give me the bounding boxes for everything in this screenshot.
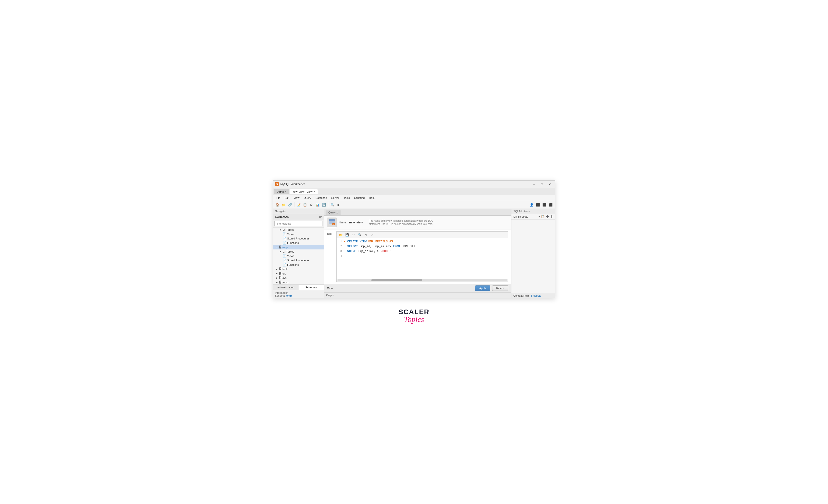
maximize-button[interactable]: □ <box>538 182 545 187</box>
snippet-icon-3[interactable]: ➕ <box>545 215 549 218</box>
toolbar-extra[interactable]: ▶ <box>336 202 342 208</box>
toolbar-connections[interactable]: 🔗 <box>287 202 293 208</box>
kw-table: EMPLOYEE <box>402 245 416 248</box>
functions-icon-2: 📄 <box>283 263 286 267</box>
tab-new-view-label: new_view - View <box>292 190 313 193</box>
kw-where: WHERE <box>347 250 358 253</box>
tree-arrow-icon-5: ▶ <box>280 250 283 253</box>
menu-query[interactable]: Query <box>302 196 313 200</box>
schemas-refresh-icon[interactable]: ⟳ <box>319 215 322 219</box>
tree-functions-1[interactable]: 📄 Functions <box>273 241 324 245</box>
toolbar-sql2[interactable]: 📋 <box>302 202 308 208</box>
scrollbar-track[interactable] <box>337 279 507 281</box>
toolbar-layout3[interactable]: ⬛ <box>548 202 553 208</box>
snippet-icon-1[interactable]: ▾ <box>538 215 540 218</box>
ddl-format-btn[interactable]: ¶ <box>363 232 369 237</box>
title-bar: M MySQL Workbench ─ □ ✕ <box>273 181 555 188</box>
tab-demo-close[interactable]: ✕ <box>285 190 287 193</box>
content-area: Query 1 ✎ Name: n <box>324 209 511 298</box>
menu-help[interactable]: Help <box>367 196 376 200</box>
tab-new-view[interactable]: new_view - View ✕ <box>290 189 318 194</box>
tree-emp-label: emp <box>283 246 323 249</box>
ddl-open-btn[interactable]: 📂 <box>338 232 343 237</box>
tab-new-view-close[interactable]: ✕ <box>314 190 315 193</box>
tables-icon: 🗂 <box>283 228 286 231</box>
scrollbar-area[interactable] <box>337 279 508 282</box>
line-num-4: 4 <box>337 254 344 258</box>
query-tab-1[interactable]: Query 1 <box>326 210 340 215</box>
tree-emp-stored-procs[interactable]: 📄 Stored Procedures <box>273 258 324 263</box>
main-area: Navigator SCHEMAS ⟳ ▶ 🗂 Tables <box>273 209 555 298</box>
code-line-1: 1 ● CREATE VIEW EMP_DETAILS AS <box>337 239 508 244</box>
menu-file[interactable]: File <box>274 196 282 200</box>
tree-schema-temp[interactable]: ▶ 🗄 temp <box>273 280 324 284</box>
toolbar-profile[interactable]: 👤 <box>529 202 535 208</box>
toolbar-search[interactable]: 🔍 <box>330 202 335 208</box>
tab-demo[interactable]: Demo ✕ <box>274 189 289 194</box>
line-code-2: SELECT Emp_id, Emp_salary FROM EMPLOYEE <box>347 244 508 249</box>
toolbar-open[interactable]: 📁 <box>281 202 287 208</box>
nav-tab-schemas[interactable]: Schemas <box>298 285 324 290</box>
tree-emp-views[interactable]: 📄 Views <box>273 254 324 258</box>
ddl-section: DDL: 📂 💾 ↩ 🔍 ¶ ⤢ <box>324 229 511 284</box>
filter-input[interactable] <box>275 221 323 226</box>
tree-views-1[interactable]: 📄 Views <box>273 232 324 236</box>
minimize-button[interactable]: ─ <box>531 182 537 187</box>
line-num-3: 3 <box>337 249 344 253</box>
tab-bar: Demo ✕ new_view - View ✕ <box>273 188 555 195</box>
toolbar-sql3[interactable]: ⚙ <box>308 202 314 208</box>
toolbar-sql4[interactable]: 📊 <box>315 202 321 208</box>
scrollbar-thumb[interactable] <box>371 279 422 281</box>
kw-select: SELECT <box>347 245 360 248</box>
kw-emp-details: EMP_DETAILS AS <box>368 240 393 243</box>
view-name-row: ✎ Name: new_view The name of the view is… <box>324 216 511 229</box>
tree-tables-1[interactable]: ▶ 🗂 Tables <box>273 228 324 232</box>
tree-emp-functions[interactable]: 📄 Functions <box>273 263 324 267</box>
output-bar: Output <box>324 292 511 298</box>
toolbar-layout2[interactable]: ⬛ <box>541 202 547 208</box>
menu-scripting[interactable]: Scripting <box>353 196 367 200</box>
apply-button[interactable]: Apply <box>475 285 490 291</box>
menu-view[interactable]: View <box>292 196 301 200</box>
toolbar-sql1[interactable]: 📝 <box>296 202 301 208</box>
code-area[interactable]: 1 ● CREATE VIEW EMP_DETAILS AS 2 <box>337 238 508 279</box>
view-name-section: Name: new_view The name of the view is p… <box>339 219 508 226</box>
tree-emp-tables[interactable]: ▶ 🗂 Tables <box>273 249 324 254</box>
schema-info: Schema: emp <box>275 294 322 297</box>
svg-text:✎: ✎ <box>333 223 334 226</box>
toolbar-layout1[interactable]: ⬛ <box>535 202 541 208</box>
kw-columns: Emp_id, Emp_salary <box>360 245 393 248</box>
schema-value: emp <box>286 294 292 297</box>
kw-condition: Emp_salary > <box>358 250 381 253</box>
tree-schema-emp[interactable]: ▼ 🗄 emp <box>273 245 324 249</box>
schemas-header: SCHEMAS ⟳ <box>273 214 324 220</box>
ddl-search-btn[interactable]: 🔍 <box>357 232 362 237</box>
toolbar-sql5[interactable]: 🔄 <box>321 202 327 208</box>
nav-tab-administration[interactable]: Administration <box>273 285 298 290</box>
snippet-icon-2[interactable]: 📋 <box>541 215 544 218</box>
revert-button[interactable]: Revert <box>492 285 508 291</box>
menu-server[interactable]: Server <box>329 196 341 200</box>
tree-stored-procs-label: Stored Procedures <box>287 237 323 240</box>
line-code-3: WHERE Emp_salary > 20000; <box>347 249 508 254</box>
kw-create: CREATE VIEW <box>347 240 368 243</box>
close-button[interactable]: ✕ <box>546 182 553 187</box>
toolbar-home[interactable]: 🏠 <box>275 202 280 208</box>
ddl-extra-btn[interactable]: ⤢ <box>370 232 375 237</box>
menu-database[interactable]: Database <box>314 196 329 200</box>
ddl-save-btn[interactable]: 💾 <box>344 232 350 237</box>
window-controls: ─ □ ✕ <box>531 182 553 187</box>
snippet-icon-4[interactable]: 🗑 <box>550 215 553 218</box>
tree-schema-sys[interactable]: ▶ 🗄 sys <box>273 276 324 280</box>
menu-edit[interactable]: Edit <box>283 196 291 200</box>
ddl-undo-btn[interactable]: ↩ <box>351 232 356 237</box>
tree-stored-procs-1[interactable]: 📄 Stored Procedures <box>273 236 324 241</box>
snippets-link[interactable]: Snippets <box>531 294 541 297</box>
tree-views-label: Views <box>287 233 323 236</box>
menu-tools[interactable]: Tools <box>342 196 352 200</box>
tree-schema-hello[interactable]: ▶ 🗄 hello <box>273 267 324 271</box>
ddl-toolbar: 📂 💾 ↩ 🔍 ¶ ⤢ <box>337 232 508 238</box>
kw-number: 20000 <box>381 250 389 253</box>
tree-schema-org[interactable]: ▶ 🗄 org <box>273 271 324 276</box>
app-title: MySQL Workbench <box>280 183 305 186</box>
